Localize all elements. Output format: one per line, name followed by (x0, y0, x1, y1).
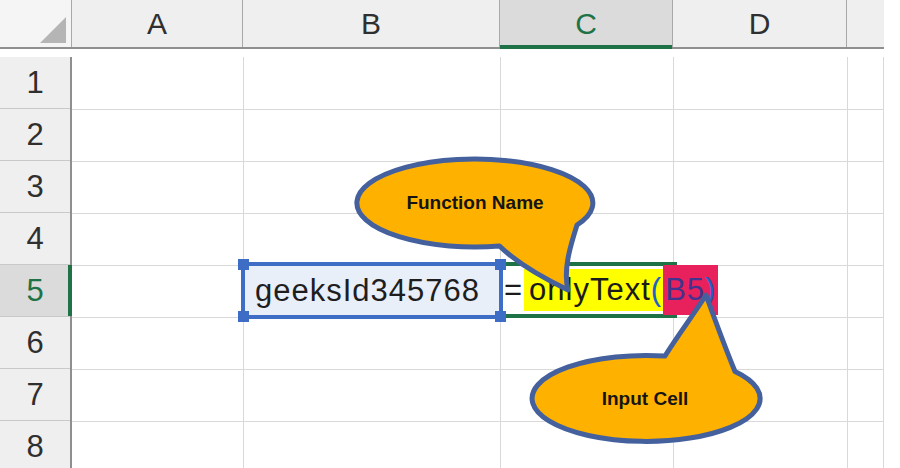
row-header-5-label: 5 (26, 273, 43, 308)
column-header-c-label: C (575, 7, 597, 40)
row-header-2[interactable]: 2 (0, 109, 70, 161)
row-header-8[interactable]: 8 (0, 421, 70, 468)
column-header-bar: A B C D (0, 0, 884, 49)
gridline (72, 109, 884, 110)
column-header-d[interactable]: D (673, 0, 847, 47)
function-name-callout-label: Function Name (355, 192, 595, 214)
column-header-c[interactable]: C (500, 0, 673, 47)
row-header-6[interactable]: 6 (0, 317, 70, 369)
input-cell-callout-label: Input Cell (525, 388, 765, 410)
row-header-5[interactable]: 5 (0, 265, 70, 317)
column-header-b[interactable]: B (243, 0, 500, 47)
selection-handle[interactable] (238, 311, 249, 322)
selection-handle[interactable] (238, 259, 249, 270)
function-name-callout-shape (348, 152, 598, 302)
gridline (847, 57, 848, 468)
row-header-bar: 1 2 3 4 5 6 7 8 (0, 57, 72, 468)
selected-row-indicator (68, 265, 72, 316)
row-header-7[interactable]: 7 (0, 369, 70, 421)
selected-column-indicator (500, 45, 672, 49)
gridline (883, 57, 884, 468)
row-header-3[interactable]: 3 (0, 161, 70, 213)
row-header-4[interactable]: 4 (0, 213, 70, 265)
input-cell-callout-shape (520, 285, 775, 445)
select-all-triangle-icon (40, 17, 66, 43)
spreadsheet-screenshot: A B C D 1 2 3 4 5 6 7 8 geeksId345768 = … (0, 0, 900, 468)
column-header-a[interactable]: A (72, 0, 243, 47)
select-all-button[interactable] (0, 0, 72, 47)
row-header-1[interactable]: 1 (0, 57, 70, 109)
column-header-partial[interactable] (847, 0, 884, 47)
